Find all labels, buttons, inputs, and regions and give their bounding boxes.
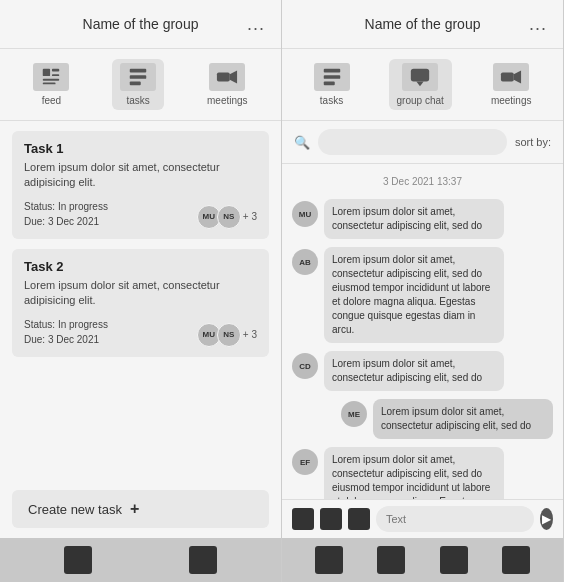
chat-input-bar: ▶ [282,499,563,538]
svg-rect-5 [130,69,147,73]
avatar-badge: NS [217,323,241,347]
svg-marker-14 [417,82,424,87]
right-bottom-icon-1[interactable] [315,546,343,574]
left-header: Name of the group ... [0,0,281,49]
tab-feed-label: feed [42,95,61,106]
svg-rect-3 [43,79,60,81]
chat-text-input[interactable] [376,506,534,532]
right-more-button[interactable]: ... [529,14,547,35]
chat-bubble: Lorem ipsum dolor sit amet, consectetur … [324,447,504,499]
chat-bubble: Lorem ipsum dolor sit amet, consectetur … [324,199,504,239]
right-bottom-icon-3[interactable] [440,546,468,574]
left-tabs: feed tasks meetings [0,49,281,121]
svg-rect-12 [323,82,334,86]
chat-bubble: Lorem ipsum dolor sit amet, consectetur … [373,399,553,439]
tasks-list: Task 1 Lorem ipsum dolor sit amet, conse… [0,121,281,480]
chat-bubble: Lorem ipsum dolor sit amet, consectetur … [324,247,504,343]
svg-rect-4 [43,83,56,85]
date-separator: 3 Dec 2021 13:37 [292,176,553,187]
chat-message-5: EF Lorem ipsum dolor sit amet, consectet… [292,447,553,499]
task-desc: Lorem ipsum dolor sit amet, consectetur … [24,160,257,191]
tab-tasks-left[interactable]: tasks [112,59,164,110]
right-tabs: tasks group chat meetings [282,49,563,121]
left-more-button[interactable]: ... [247,14,265,35]
search-row: 🔍 sort by: [282,121,563,164]
avatar-count: + 3 [243,211,257,222]
search-icon: 🔍 [294,135,310,150]
task-desc: Lorem ipsum dolor sit amet, consectetur … [24,278,257,309]
tab-feed[interactable]: feed [25,59,77,110]
svg-marker-9 [230,71,237,84]
task-card-1[interactable]: Task 1 Lorem ipsum dolor sit amet, conse… [12,131,269,239]
meetings-icon-right [493,63,529,91]
tasks-icon-left [120,63,156,91]
right-bottom-bar [282,538,563,582]
chat-area: 3 Dec 2021 13:37 MU Lorem ipsum dolor si… [282,164,563,499]
left-bottom-icon-1[interactable] [64,546,92,574]
tab-meetings-left[interactable]: meetings [199,59,256,110]
tab-tasks-right-label: tasks [320,95,343,106]
feed-icon [33,63,69,91]
search-input[interactable] [318,129,507,155]
svg-rect-13 [411,69,429,82]
tab-group-chat-label: group chat [397,95,444,106]
tab-group-chat[interactable]: group chat [389,59,452,110]
chat-message-3: CD Lorem ipsum dolor sit amet, consectet… [292,351,553,391]
tab-tasks-left-label: tasks [127,95,150,106]
svg-rect-2 [52,74,59,76]
chat-bubble: Lorem ipsum dolor sit amet, consectetur … [324,351,504,391]
svg-rect-11 [323,75,340,79]
chat-avatar: EF [292,449,318,475]
meetings-icon-left [209,63,245,91]
chat-avatar: AB [292,249,318,275]
chat-attach-icon-1[interactable] [292,508,314,530]
task-title: Task 2 [24,259,257,274]
chat-avatar: ME [341,401,367,427]
chat-message-4: Lorem ipsum dolor sit amet, consectetur … [292,399,553,439]
tab-meetings-right-label: meetings [491,95,532,106]
svg-rect-10 [323,69,340,73]
tab-tasks-right[interactable]: tasks [306,59,358,110]
svg-rect-1 [52,69,59,72]
left-panel-title: Name of the group [83,16,199,32]
right-panel-title: Name of the group [365,16,481,32]
task-avatars: MUNS + 3 [197,205,257,229]
plus-icon: + [130,500,139,518]
task-meta: Status: In progress Due: 3 Dec 2021 [24,199,108,229]
chat-avatar: CD [292,353,318,379]
svg-rect-8 [217,72,230,81]
chat-message-2: AB Lorem ipsum dolor sit amet, consectet… [292,247,553,343]
task-avatars: MUNS + 3 [197,323,257,347]
group-chat-icon [402,63,438,91]
create-task-button[interactable]: Create new task + [12,490,269,528]
task-meta: Status: In progress Due: 3 Dec 2021 [24,317,108,347]
task-title: Task 1 [24,141,257,156]
sort-label: sort by: [515,136,551,148]
svg-rect-7 [130,82,141,86]
right-bottom-icon-4[interactable] [502,546,530,574]
send-button[interactable]: ▶ [540,508,553,530]
task-card-2[interactable]: Task 2 Lorem ipsum dolor sit amet, conse… [12,249,269,357]
svg-rect-6 [130,75,147,79]
svg-rect-15 [501,72,514,81]
tab-meetings-right[interactable]: meetings [483,59,540,110]
svg-marker-16 [514,71,521,84]
tab-meetings-left-label: meetings [207,95,248,106]
avatar-count: + 3 [243,329,257,340]
right-panel: Name of the group ... tasks group chat [282,0,564,582]
svg-rect-0 [43,69,50,76]
avatar-badge: NS [217,205,241,229]
chat-attach-icon-3[interactable] [348,508,370,530]
left-bottom-icon-2[interactable] [189,546,217,574]
right-bottom-icon-2[interactable] [377,546,405,574]
right-header: Name of the group ... [282,0,563,49]
create-task-label: Create new task [28,502,122,517]
tasks-icon-right [314,63,350,91]
chat-message-1: MU Lorem ipsum dolor sit amet, consectet… [292,199,553,239]
left-bottom-bar [0,538,281,582]
chat-avatar: MU [292,201,318,227]
left-panel: Name of the group ... feed [0,0,282,582]
chat-attach-icon-2[interactable] [320,508,342,530]
